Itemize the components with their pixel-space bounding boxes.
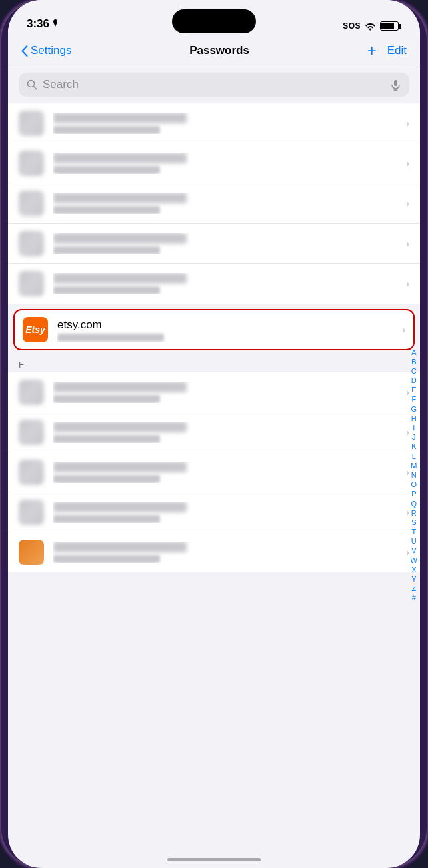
search-input-container[interactable]: Search [19, 73, 409, 97]
item-text [53, 542, 401, 563]
list-item[interactable]: › [8, 452, 420, 492]
alpha-c[interactable]: C [411, 367, 417, 376]
list-item[interactable]: › [8, 492, 420, 532]
item-title-blurred [53, 153, 187, 163]
alphabet-index[interactable]: A B C D E F G H I J K L M N O P Q R S T [411, 348, 417, 602]
item-text [53, 273, 401, 294]
alpha-p[interactable]: P [411, 490, 416, 498]
item-title-blurred [53, 193, 187, 203]
alpha-l[interactable]: L [412, 452, 416, 461]
list-item[interactable]: › [8, 183, 420, 224]
status-time: 3:36 [27, 17, 59, 31]
item-title-blurred [53, 542, 187, 552]
battery-icon [380, 21, 401, 31]
alpha-o[interactable]: O [411, 480, 417, 489]
page-title: Passwords [189, 44, 249, 57]
alpha-k[interactable]: K [411, 442, 416, 451]
alpha-g[interactable]: G [411, 405, 417, 414]
search-placeholder: Search [43, 78, 385, 91]
chevron-icon: › [402, 324, 405, 335]
list-item[interactable]: › [8, 103, 420, 143]
alpha-y[interactable]: Y [411, 575, 416, 584]
home-indicator [167, 858, 261, 861]
etsy-app-icon: Etsy [23, 317, 48, 342]
etsy-section: Etsy etsy.com › [8, 304, 420, 356]
item-title-blurred [53, 502, 187, 512]
item-text [53, 113, 401, 134]
chevron-icon: › [406, 118, 409, 129]
item-subtitle [53, 435, 160, 443]
etsy-list-item[interactable]: Etsy etsy.com › [13, 309, 415, 350]
wifi-icon [365, 22, 376, 31]
alpha-m[interactable]: M [411, 462, 417, 470]
item-subtitle [53, 286, 160, 294]
alpha-h[interactable]: H [411, 414, 417, 423]
add-button[interactable]: + [367, 41, 377, 60]
alpha-d[interactable]: D [411, 376, 417, 385]
item-subtitle [53, 515, 160, 523]
item-subtitle [53, 206, 160, 214]
chevron-icon: › [406, 507, 409, 518]
item-text [53, 233, 401, 254]
sos-label: SOS [343, 21, 361, 31]
list-item[interactable]: › [8, 224, 420, 264]
alpha-v[interactable]: V [411, 546, 416, 555]
alpha-a[interactable]: A [411, 348, 416, 356]
alpha-f[interactable]: F [411, 395, 416, 404]
f-section-list: › › › [8, 372, 420, 572]
alpha-x[interactable]: X [411, 566, 416, 574]
chevron-icon: › [406, 547, 409, 558]
item-subtitle [53, 166, 160, 174]
app-icon [19, 380, 44, 405]
svg-rect-2 [394, 80, 397, 86]
svg-line-1 [34, 87, 37, 90]
list-item[interactable]: › [8, 143, 420, 183]
alpha-q[interactable]: Q [411, 499, 417, 508]
app-icon-orange [19, 540, 44, 565]
dynamic-island [172, 9, 256, 33]
item-title-blurred [53, 113, 187, 123]
edit-button[interactable]: Edit [387, 44, 407, 57]
chevron-icon: › [406, 387, 409, 398]
list-item[interactable]: › [8, 264, 420, 304]
item-text [53, 382, 401, 403]
nav-bar: Settings Passwords + Edit [8, 36, 420, 67]
location-icon [52, 19, 59, 29]
list-item[interactable]: › [8, 372, 420, 412]
status-icons: SOS [343, 21, 401, 31]
nav-actions: + Edit [367, 41, 407, 60]
item-title-blurred [53, 422, 187, 432]
alpha-s[interactable]: S [411, 518, 416, 527]
alpha-t[interactable]: T [411, 528, 416, 536]
list-item[interactable]: › [8, 412, 420, 452]
chevron-icon: › [406, 467, 409, 478]
item-text [53, 502, 401, 523]
chevron-icon: › [406, 278, 409, 289]
alpha-z[interactable]: Z [411, 584, 416, 593]
alpha-w[interactable]: W [411, 556, 417, 565]
etsy-title: etsy.com [57, 318, 397, 332]
alpha-j[interactable]: J [412, 433, 416, 442]
chevron-icon: › [406, 427, 409, 438]
back-button[interactable]: Settings [21, 44, 71, 57]
chevron-icon: › [406, 238, 409, 249]
back-label: Settings [31, 44, 71, 57]
etsy-icon-label: Etsy [25, 324, 45, 335]
alpha-e[interactable]: E [411, 386, 416, 394]
alpha-i[interactable]: I [413, 424, 415, 432]
item-subtitle [53, 475, 160, 483]
list-item[interactable]: › [8, 532, 420, 572]
item-text [53, 193, 401, 214]
item-title-blurred [53, 382, 187, 392]
app-icon [19, 420, 44, 445]
alpha-n[interactable]: N [411, 471, 417, 480]
section-f-header: F [8, 356, 420, 372]
item-title-blurred [53, 233, 187, 244]
alpha-u[interactable]: U [411, 537, 417, 546]
item-title-blurred [53, 273, 187, 284]
item-subtitle [53, 246, 160, 254]
app-icon [19, 111, 44, 136]
alpha-hash[interactable]: # [412, 594, 416, 602]
alpha-r[interactable]: R [411, 509, 417, 518]
alpha-b[interactable]: B [411, 358, 416, 366]
